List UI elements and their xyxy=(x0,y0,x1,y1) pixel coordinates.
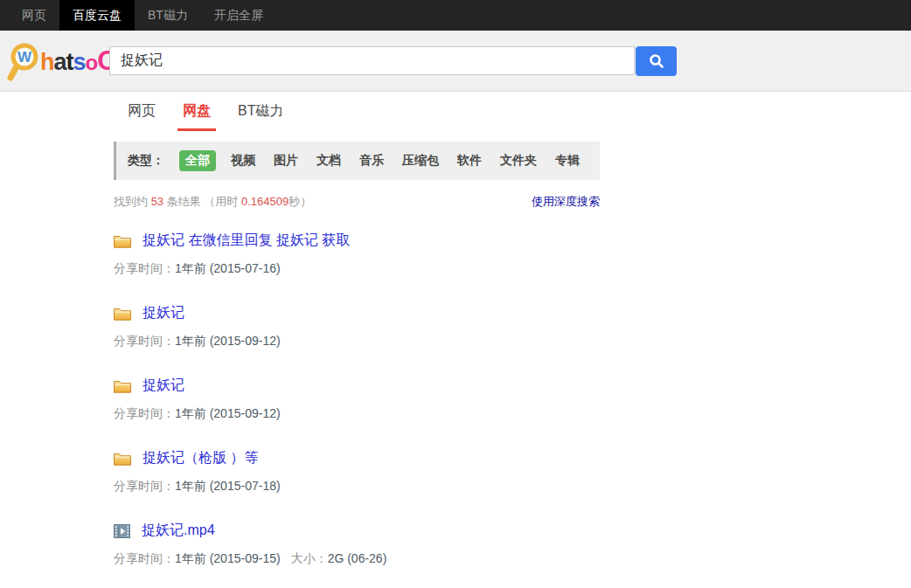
video-file-icon xyxy=(114,524,130,538)
filter-software[interactable]: 软件 xyxy=(457,153,482,169)
tab-web[interactable]: 网页 xyxy=(122,92,161,131)
filter-video[interactable]: 视频 xyxy=(231,153,255,169)
top-nav-bar: 网页 百度云盘 BT磁力 开启全屏 xyxy=(0,0,911,31)
tab-netdisk[interactable]: 网盘 xyxy=(177,92,216,131)
filter-album[interactable]: 专辑 xyxy=(555,153,580,169)
result-title-link[interactable]: 捉妖记.mp4 xyxy=(142,522,215,540)
folder-icon xyxy=(114,452,131,466)
tab-bt-magnet[interactable]: BT磁力 xyxy=(233,92,289,131)
filter-music[interactable]: 音乐 xyxy=(359,153,384,169)
results-time-number: 0.164509 xyxy=(241,195,289,208)
result-meta: 分享时间：1年前 (2015-09-15)大小：2G (06-26) xyxy=(114,551,600,567)
filter-document[interactable]: 文档 xyxy=(316,153,341,169)
results-count-text: 找到约 53 条结果 （用时 0.164509秒） xyxy=(114,194,311,210)
magnifier-logo-icon: W xyxy=(7,41,44,81)
folder-icon xyxy=(114,234,131,248)
topnav-item-bt-magnet[interactable]: BT磁力 xyxy=(135,0,201,31)
topnav-item-baidu-pan[interactable]: 百度云盘 xyxy=(59,0,135,31)
result-item: 捉妖记（枪版 ）等 分享时间：1年前 (2015-07-18) xyxy=(114,449,600,495)
result-item: 捉妖记 分享时间：1年前 (2015-09-12) xyxy=(114,377,600,422)
search-input[interactable] xyxy=(109,46,635,75)
search-header: W hatsoO xyxy=(0,31,911,92)
result-item: 捉妖记 在微信里回复 捉妖记 获取 分享时间：1年前 (2015-07-16) xyxy=(114,232,600,277)
deep-search-link[interactable]: 使用深度搜索 xyxy=(532,194,600,210)
result-meta: 分享时间：1年前 (2015-07-16) xyxy=(114,261,600,277)
search-icon xyxy=(649,53,664,69)
filter-archive[interactable]: 压缩包 xyxy=(402,153,439,169)
result-title-link[interactable]: 捉妖记 xyxy=(143,377,184,395)
results-count-number: 53 xyxy=(151,195,163,208)
topnav-item-fullscreen[interactable]: 开启全屏 xyxy=(201,0,276,31)
result-type-tabs: 网页 网盘 BT磁力 xyxy=(122,92,911,131)
result-item: 捉妖记.mp4 分享时间：1年前 (2015-09-15)大小：2G (06-2… xyxy=(114,522,600,567)
folder-icon xyxy=(114,379,131,393)
filter-label: 类型： xyxy=(128,153,164,169)
result-title-link[interactable]: 捉妖记 在微信里回复 捉妖记 获取 xyxy=(143,232,350,250)
logo-wordmark: hatsoO xyxy=(40,45,117,77)
topnav-item-web[interactable]: 网页 xyxy=(9,0,59,31)
result-meta: 分享时间：1年前 (2015-09-12) xyxy=(114,334,600,349)
results-info-row: 找到约 53 条结果 （用时 0.164509秒） 使用深度搜索 xyxy=(114,194,600,210)
main-content: 类型： 全部 视频 图片 文档 音乐 压缩包 软件 文件夹 专辑 找到约 53 … xyxy=(114,142,600,567)
result-list: 捉妖记 在微信里回复 捉妖记 获取 分享时间：1年前 (2015-07-16) … xyxy=(114,232,600,567)
result-title-link[interactable]: 捉妖记 xyxy=(143,304,184,322)
whatso-logo[interactable]: W hatsoO xyxy=(0,41,109,81)
filetype-filter-bar: 类型： 全部 视频 图片 文档 音乐 压缩包 软件 文件夹 专辑 xyxy=(114,142,600,180)
result-item: 捉妖记 分享时间：1年前 (2015-09-12) xyxy=(114,304,600,349)
filter-image[interactable]: 图片 xyxy=(274,153,298,169)
result-title-link[interactable]: 捉妖记（枪版 ）等 xyxy=(143,449,258,467)
search-button[interactable] xyxy=(636,46,677,76)
result-meta: 分享时间：1年前 (2015-09-12) xyxy=(114,406,600,422)
search-form xyxy=(109,46,677,76)
result-meta: 分享时间：1年前 (2015-07-18) xyxy=(114,479,600,495)
filter-folder[interactable]: 文件夹 xyxy=(500,153,537,169)
folder-icon xyxy=(114,307,131,321)
svg-text:W: W xyxy=(17,49,32,66)
filter-all[interactable]: 全部 xyxy=(179,150,216,171)
